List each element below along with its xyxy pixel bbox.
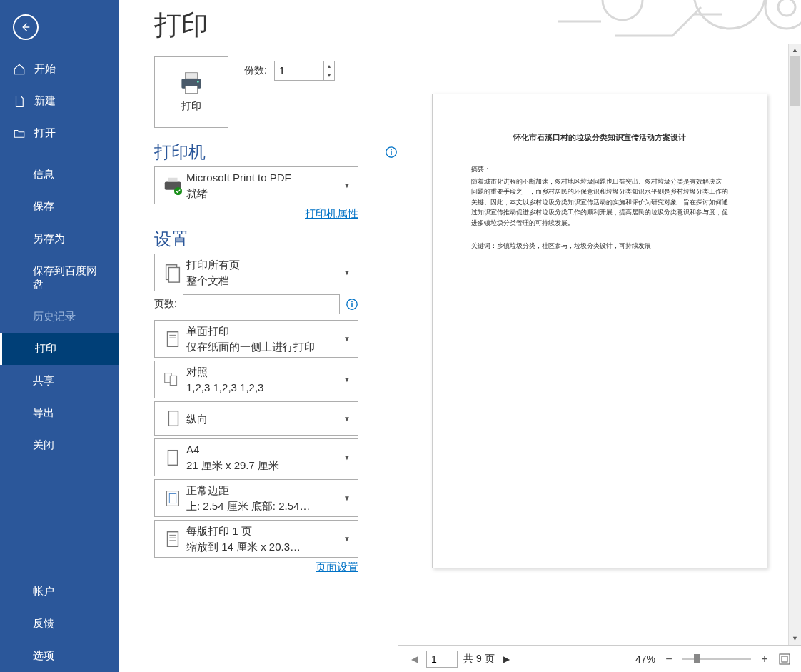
svg-rect-31 — [780, 654, 790, 664]
chevron-down-icon: ▼ — [341, 494, 353, 502]
folder-open-icon — [13, 127, 26, 140]
zoom-in-button[interactable]: + — [757, 653, 772, 666]
print-button[interactable]: 打印 — [154, 56, 228, 128]
svg-text:i: i — [391, 148, 393, 156]
printer-section-title: 打印机 — [154, 141, 206, 164]
print-settings-panel: 打印 份数: ▲ ▼ 打印机 — [119, 44, 398, 672]
preview-footer: ◀ 共 9 页 ▶ 47% − + — [398, 645, 801, 672]
chevron-down-icon: ▼ — [341, 269, 353, 276]
printer-dropdown[interactable]: Microsoft Print to PDF就绪 ▼ — [154, 166, 358, 204]
orientation-dropdown[interactable]: 纵向 ▼ — [154, 401, 358, 436]
scroll-up-icon[interactable]: ▲ — [789, 44, 801, 56]
page-number-input[interactable] — [426, 651, 458, 668]
svg-rect-18 — [168, 331, 178, 346]
nav-info[interactable]: 信息 — [0, 159, 119, 191]
nav-history[interactable]: 历史记录 — [0, 301, 119, 333]
one-sided-icon — [159, 326, 186, 353]
collate-icon — [159, 366, 186, 393]
info-icon[interactable]: i — [346, 298, 358, 311]
nav-start[interactable]: 开始 — [0, 53, 119, 85]
next-page-button[interactable]: ▶ — [500, 654, 513, 664]
collate-dropdown[interactable]: 对照1,2,3 1,2,3 1,2,3 ▼ — [154, 361, 358, 398]
svg-rect-32 — [782, 656, 787, 662]
copies-spinner[interactable]: ▲ ▼ — [274, 61, 335, 81]
fit-to-window-button[interactable] — [778, 653, 791, 666]
nav-export[interactable]: 导出 — [0, 397, 119, 429]
nav-account[interactable]: 帐户 — [0, 576, 119, 608]
pages-input[interactable] — [183, 294, 340, 314]
copies-input[interactable] — [275, 61, 323, 80]
portrait-icon — [159, 405, 186, 432]
nav-label: 帐户 — [33, 585, 54, 598]
nav-divider — [13, 154, 106, 154]
nav-label: 另存为 — [33, 232, 65, 246]
spinner-up-icon[interactable]: ▲ — [324, 61, 334, 71]
nav-label: 导出 — [33, 406, 54, 420]
zoom-out-button[interactable]: − — [661, 653, 677, 666]
preview-scrollbar[interactable]: ▲ ▼ — [788, 44, 801, 645]
nav-label: 打开 — [34, 126, 56, 140]
print-range-dropdown[interactable]: 打印所有页整个文档 ▼ — [154, 254, 358, 291]
print-button-label: 打印 — [181, 100, 201, 113]
abstract-text: 随着城市化进程的不断加速，多村地区垃圾问题也日益突出。多村垃圾分类是有效解决这一… — [471, 176, 728, 228]
nav-label: 信息 — [33, 168, 54, 181]
nav-baidu[interactable]: 保存到百度网盘 — [0, 255, 119, 301]
nav-label: 反馈 — [33, 617, 54, 631]
info-icon[interactable]: i — [385, 146, 398, 159]
nav-feedback[interactable]: 反馈 — [0, 608, 119, 640]
chevron-down-icon: ▼ — [341, 181, 353, 189]
nav-open[interactable]: 打开 — [0, 117, 119, 149]
svg-text:i: i — [351, 300, 353, 309]
zoom-slider[interactable] — [682, 658, 751, 660]
printer-ready-icon — [159, 172, 186, 199]
pages-label: 页数: — [154, 298, 177, 311]
zoom-percent: 47% — [635, 653, 655, 665]
nav-save[interactable]: 保存 — [0, 191, 119, 223]
pages-per-sheet-dropdown[interactable]: 每版打印 1 页缩放到 14 厘米 x 20.3… ▼ — [154, 520, 358, 558]
margins-dropdown[interactable]: 正常边距上: 2.54 厘米 底部: 2.54… ▼ — [154, 479, 358, 517]
nav-label: 保存 — [33, 200, 54, 214]
nav-label: 关闭 — [33, 438, 54, 452]
svg-rect-12 — [168, 177, 177, 181]
nav-print[interactable]: 打印 — [0, 333, 119, 365]
chevron-down-icon: ▼ — [341, 453, 353, 461]
backstage-sidebar: 开始 新建 打开 信息 保存 另存为 保存到百度网盘 历史记录 打印 共享 导出… — [0, 0, 119, 672]
abstract-head: 摘要： — [471, 164, 728, 174]
nav-label: 历史记录 — [33, 310, 76, 324]
printer-icon — [176, 71, 206, 96]
nav-label: 选项 — [33, 649, 54, 663]
nav-share[interactable]: 共享 — [0, 365, 119, 397]
prev-page-button[interactable]: ◀ — [408, 654, 420, 664]
chevron-down-icon: ▼ — [341, 376, 353, 383]
nav-divider — [13, 571, 106, 571]
sides-dropdown[interactable]: 单面打印仅在纸面的一侧上进行打印 ▼ — [154, 320, 358, 358]
svg-rect-23 — [168, 411, 178, 426]
nav-saveas[interactable]: 另存为 — [0, 223, 119, 255]
spinner-down-icon[interactable]: ▼ — [324, 71, 334, 80]
page-title: 打印 — [154, 7, 801, 44]
nav-label: 新建 — [34, 94, 56, 108]
printer-properties-link[interactable]: 打印机属性 — [305, 207, 358, 219]
nav-close[interactable]: 关闭 — [0, 429, 119, 461]
paper-size-dropdown[interactable]: A421 厘米 x 29.7 厘米 ▼ — [154, 438, 358, 476]
svg-rect-6 — [186, 73, 198, 79]
home-icon — [13, 63, 26, 76]
copies-label: 份数: — [244, 64, 267, 77]
back-button[interactable] — [13, 14, 39, 40]
svg-rect-25 — [167, 491, 179, 506]
margins-icon — [159, 485, 186, 512]
nav-options[interactable]: 选项 — [0, 640, 119, 672]
zoom-thumb[interactable] — [694, 654, 700, 663]
back-arrow-icon — [19, 21, 32, 34]
nav-new[interactable]: 新建 — [0, 85, 119, 117]
page-setup-link[interactable]: 页面设置 — [316, 561, 358, 573]
svg-rect-7 — [186, 86, 198, 93]
scroll-down-icon[interactable]: ▼ — [789, 632, 801, 645]
pages-icon — [159, 259, 186, 286]
doc-title: 怀化市石溪口村的垃圾分类知识宣传活动方案设计 — [471, 131, 728, 144]
paper-icon — [159, 444, 186, 471]
per-sheet-icon — [159, 526, 186, 553]
scroll-thumb[interactable] — [790, 56, 800, 106]
svg-rect-24 — [168, 450, 177, 465]
svg-rect-22 — [170, 376, 176, 385]
